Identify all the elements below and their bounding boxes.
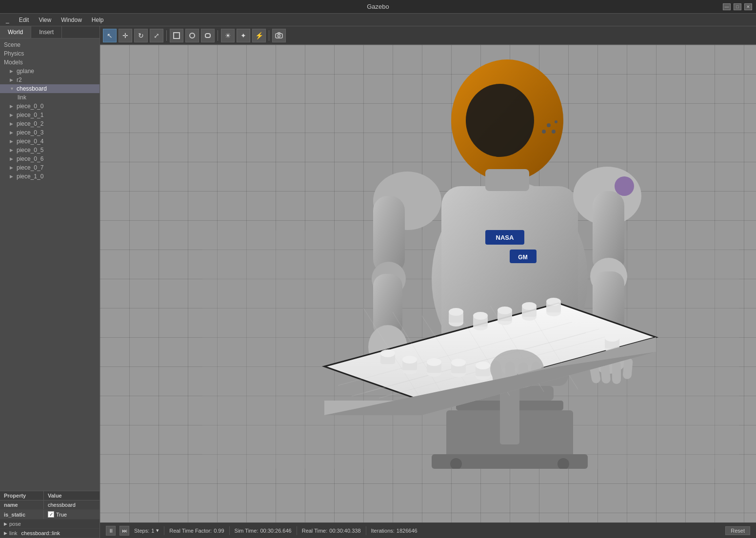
pause-button[interactable]: ⏸ xyxy=(106,526,116,536)
simtime-item: Sim Time: 00:30:26.646 xyxy=(235,528,292,534)
props-panel: Property Value name chessboard is_static… xyxy=(0,491,99,538)
close-button[interactable]: ✕ xyxy=(744,3,752,10)
expand-icon: ▶ xyxy=(10,69,15,74)
tool-translate[interactable]: ✛ xyxy=(119,29,132,42)
props-row-name: name chessboard xyxy=(0,500,99,510)
tool-sun[interactable]: ☀ xyxy=(221,29,235,42)
steps-value: 1 xyxy=(151,528,154,534)
tool-spot-light[interactable]: ⚡ xyxy=(252,29,266,42)
toolbar-separator-3 xyxy=(269,30,269,41)
tree-panel[interactable]: Scene Physics Models ▶ gplane ▶ r2 ▼ che… xyxy=(0,38,99,491)
sep2 xyxy=(229,526,230,535)
props-row-isstatic: is_static ✓ True xyxy=(0,510,99,519)
steps-item: Steps: 1 ▾ xyxy=(134,527,159,534)
props-header: Property Value xyxy=(0,491,99,500)
tool-cylinder[interactable] xyxy=(201,29,215,42)
simtime-label: Sim Time: xyxy=(235,528,259,534)
svg-point-4 xyxy=(278,35,280,37)
tree-item-piece-0-6[interactable]: ▶ piece_0_6 xyxy=(0,154,99,163)
expand-icon: ▶ xyxy=(10,121,15,126)
tree-item-piece-1-0[interactable]: ▶ piece_1_0 xyxy=(0,172,99,181)
main-layout: World Insert Scene Physics Models ▶ gpla… xyxy=(0,26,756,538)
menu-window[interactable]: Window xyxy=(57,16,86,24)
realtime-item: Real Time: 00:30:40.338 xyxy=(302,528,361,534)
viewport: ↖ ✛ ↻ ⤢ ☀ ✦ ⚡ xyxy=(100,26,756,538)
reset-button[interactable]: Reset xyxy=(725,526,750,535)
tool-point-light[interactable]: ✦ xyxy=(237,29,250,42)
toolbar-separator-1 xyxy=(166,30,167,41)
tree-item-chessboard[interactable]: ▼ chessboard xyxy=(0,84,99,93)
sep3 xyxy=(297,526,297,535)
tool-camera[interactable] xyxy=(272,29,286,42)
tool-box[interactable] xyxy=(170,29,183,42)
menu-file[interactable]: _ xyxy=(2,16,13,24)
checkbox-isstatic[interactable]: ✓ xyxy=(48,511,54,518)
props-key-isstatic: is_static xyxy=(0,510,44,519)
tree-item-piece-0-4[interactable]: ▶ piece_0_4 xyxy=(0,137,99,146)
menu-edit[interactable]: Edit xyxy=(15,16,33,24)
tool-select[interactable]: ↖ xyxy=(103,29,117,42)
expand-pose-icon: ▶ xyxy=(4,521,7,526)
svg-point-1 xyxy=(190,33,195,38)
step-button[interactable]: ⏭ xyxy=(119,526,129,536)
sep1 xyxy=(164,526,164,535)
expand-icon: ▶ xyxy=(10,113,15,117)
robot-scene: NASA GM xyxy=(100,45,756,469)
svg-point-65 xyxy=(497,307,512,314)
expand-link-icon: ▶ xyxy=(4,531,7,536)
props-row-link[interactable]: ▶ link chessboard::link xyxy=(0,529,99,538)
menu-help[interactable]: Help xyxy=(88,16,108,24)
tab-world[interactable]: World xyxy=(0,26,31,38)
realtime-value: 00:30:40.338 xyxy=(329,528,360,534)
app-title: Gazebo xyxy=(367,3,389,10)
tool-rotate[interactable]: ↻ xyxy=(134,29,148,42)
steps-dropdown[interactable]: ▾ xyxy=(156,527,159,534)
svg-point-86 xyxy=(476,362,490,369)
svg-point-83 xyxy=(451,359,466,366)
svg-point-95 xyxy=(605,334,619,342)
tree-item-gplane[interactable]: ▶ gplane xyxy=(0,67,99,76)
sep4 xyxy=(366,526,366,535)
tree-item-r2[interactable]: ▶ r2 xyxy=(0,76,99,84)
tree-item-piece-0-0[interactable]: ▶ piece_0_0 xyxy=(0,102,99,111)
svg-point-17 xyxy=(555,120,557,123)
tab-insert[interactable]: Insert xyxy=(31,26,62,38)
svg-rect-0 xyxy=(174,33,179,38)
tree-section-physics[interactable]: Physics xyxy=(0,49,99,58)
svg-point-80 xyxy=(427,358,441,366)
svg-rect-18 xyxy=(485,169,529,191)
menu-view[interactable]: View xyxy=(35,16,55,24)
tree-item-piece-0-5[interactable]: ▶ piece_0_5 xyxy=(0,146,99,154)
expand-icon: ▼ xyxy=(10,86,15,91)
svg-point-77 xyxy=(402,356,417,364)
toolbar-separator-2 xyxy=(218,30,218,41)
tree-section-scene[interactable]: Scene xyxy=(0,40,99,49)
svg-point-71 xyxy=(546,298,561,306)
scene-area[interactable]: NASA GM xyxy=(100,45,756,522)
svg-text:NASA: NASA xyxy=(496,234,514,241)
tree-item-piece-0-3[interactable]: ▶ piece_0_3 xyxy=(0,128,99,137)
props-col-value: Value xyxy=(44,491,66,500)
svg-point-13 xyxy=(466,84,534,157)
steps-label: Steps: xyxy=(134,528,149,534)
minimize-button[interactable]: — xyxy=(723,3,731,10)
tool-scale[interactable]: ⤢ xyxy=(150,29,163,42)
left-panel: World Insert Scene Physics Models ▶ gpla… xyxy=(0,26,100,538)
tree-section-models[interactable]: Models xyxy=(0,58,99,67)
tree-item-link[interactable]: link xyxy=(0,93,99,102)
maximize-button[interactable]: □ xyxy=(734,3,741,10)
props-col-property: Property xyxy=(0,491,44,500)
tree-item-piece-0-7[interactable]: ▶ piece_0_7 xyxy=(0,163,99,172)
tree-item-piece-0-1[interactable]: ▶ piece_0_1 xyxy=(0,111,99,119)
rtf-item: Real Time Factor: 0.99 xyxy=(169,528,224,534)
iterations-value: 1826646 xyxy=(397,528,418,534)
svg-text:GM: GM xyxy=(518,254,527,261)
tool-sphere[interactable] xyxy=(185,29,199,42)
props-row-pose[interactable]: ▶ pose xyxy=(0,519,99,529)
menubar: _ Edit View Window Help xyxy=(0,14,756,26)
tree-item-piece-0-2[interactable]: ▶ piece_0_2 xyxy=(0,119,99,128)
svg-point-14 xyxy=(547,123,551,127)
props-val-isstatic: ✓ True xyxy=(44,510,71,519)
expand-icon: ▶ xyxy=(10,130,15,135)
rtf-label: Real Time Factor: xyxy=(169,528,212,534)
